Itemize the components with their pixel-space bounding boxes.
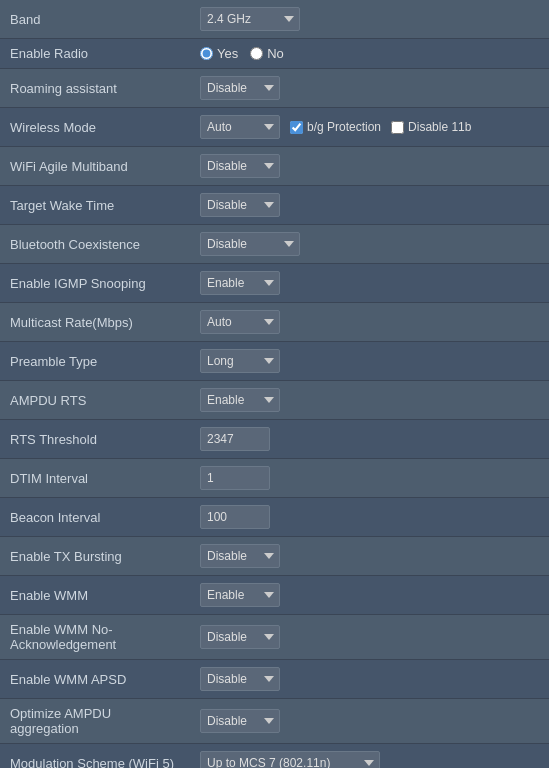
bluetooth-coexistence-control: DisableEnable (190, 225, 549, 264)
row-roaming-assistant: Roaming assistantDisableEnable (0, 69, 549, 108)
beacon-interval-label: Beacon Interval (0, 498, 190, 537)
target-wake-time-label: Target Wake Time (0, 186, 190, 225)
row-enable-wmm-no-ack: Enable WMM No-AcknowledgementDisableEnab… (0, 615, 549, 660)
modulation-scheme-label: Modulation Scheme (WiFi 5) (0, 744, 190, 769)
enable-wmm-no-ack-control: DisableEnable (190, 615, 549, 660)
dtim-interval-input[interactable] (200, 466, 270, 490)
row-preamble-type: Preamble TypeLongShort (0, 342, 549, 381)
row-wireless-mode: Wireless ModeAuto11b11g11nb/g Protection… (0, 108, 549, 147)
enable-radio-radio-group: YesNo (200, 46, 539, 61)
band-select[interactable]: 2.4 GHz5 GHz6 GHz (200, 7, 300, 31)
row-rts-threshold: RTS Threshold (0, 420, 549, 459)
b/g-protection-checkbox[interactable] (290, 121, 303, 134)
row-band: Band2.4 GHz5 GHz6 GHz (0, 0, 549, 39)
roaming-assistant-control: DisableEnable (190, 69, 549, 108)
enable-wmm-apsd-control: DisableEnable (190, 660, 549, 699)
row-optimize-ampdu: Optimize AMPDU aggregationDisableEnable (0, 699, 549, 744)
enable-radio-control: YesNo (190, 39, 549, 69)
enable-radio-option-no[interactable]: No (250, 46, 284, 61)
wireless-mode-select[interactable]: Auto11b11g11n (200, 115, 280, 139)
wifi-agile-multiband-label: WiFi Agile Multiband (0, 147, 190, 186)
modulation-scheme-select[interactable]: Up to MCS 7 (802.11n)Up to MCS 8 (802.11… (200, 751, 380, 768)
row-bluetooth-coexistence: Bluetooth CoexistenceDisableEnable (0, 225, 549, 264)
enable-tx-bursting-label: Enable TX Bursting (0, 537, 190, 576)
beacon-interval-input[interactable] (200, 505, 270, 529)
dtim-interval-label: DTIM Interval (0, 459, 190, 498)
target-wake-time-control: DisableEnable (190, 186, 549, 225)
multicast-rate-control: Auto125.511 (190, 303, 549, 342)
band-control: 2.4 GHz5 GHz6 GHz (190, 0, 549, 39)
dtim-interval-control (190, 459, 549, 498)
row-enable-igmp-snooping: Enable IGMP SnoopingEnableDisable (0, 264, 549, 303)
row-dtim-interval: DTIM Interval (0, 459, 549, 498)
enable-radio-radio-no[interactable] (250, 47, 263, 60)
roaming-assistant-select[interactable]: DisableEnable (200, 76, 280, 100)
wireless-mode-checkbox-disable-11b[interactable]: Disable 11b (391, 120, 471, 134)
preamble-type-select[interactable]: LongShort (200, 349, 280, 373)
row-enable-wmm-apsd: Enable WMM APSDDisableEnable (0, 660, 549, 699)
enable-wmm-no-ack-label: Enable WMM No-Acknowledgement (0, 615, 190, 660)
enable-radio-label: Enable Radio (0, 39, 190, 69)
rts-threshold-label: RTS Threshold (0, 420, 190, 459)
wireless-mode-inline-controls: Auto11b11g11nb/g ProtectionDisable 11b (200, 115, 539, 139)
wireless-mode-label: Wireless Mode (0, 108, 190, 147)
preamble-type-label: Preamble Type (0, 342, 190, 381)
wifi-agile-multiband-control: DisableEnable (190, 147, 549, 186)
roaming-assistant-label: Roaming assistant (0, 69, 190, 108)
row-target-wake-time: Target Wake TimeDisableEnable (0, 186, 549, 225)
row-enable-tx-bursting: Enable TX BurstingDisableEnable (0, 537, 549, 576)
enable-wmm-no-ack-select[interactable]: DisableEnable (200, 625, 280, 649)
row-multicast-rate: Multicast Rate(Mbps)Auto125.511 (0, 303, 549, 342)
enable-igmp-snooping-control: EnableDisable (190, 264, 549, 303)
enable-wmm-apsd-label: Enable WMM APSD (0, 660, 190, 699)
enable-wmm-control: EnableDisable (190, 576, 549, 615)
enable-wmm-select[interactable]: EnableDisable (200, 583, 280, 607)
enable-radio-radio-yes[interactable] (200, 47, 213, 60)
ampdu-rts-select[interactable]: EnableDisable (200, 388, 280, 412)
enable-wmm-label: Enable WMM (0, 576, 190, 615)
rts-threshold-input[interactable] (200, 427, 270, 451)
band-label: Band (0, 0, 190, 39)
row-ampdu-rts: AMPDU RTSEnableDisable (0, 381, 549, 420)
row-enable-wmm: Enable WMMEnableDisable (0, 576, 549, 615)
bluetooth-coexistence-select[interactable]: DisableEnable (200, 232, 300, 256)
multicast-rate-label: Multicast Rate(Mbps) (0, 303, 190, 342)
row-modulation-scheme: Modulation Scheme (WiFi 5)Up to MCS 7 (8… (0, 744, 549, 769)
enable-wmm-apsd-select[interactable]: DisableEnable (200, 667, 280, 691)
enable-tx-bursting-control: DisableEnable (190, 537, 549, 576)
multicast-rate-select[interactable]: Auto125.511 (200, 310, 280, 334)
wireless-mode-control: Auto11b11g11nb/g ProtectionDisable 11b (190, 108, 549, 147)
rts-threshold-control (190, 420, 549, 459)
enable-radio-option-yes[interactable]: Yes (200, 46, 238, 61)
modulation-scheme-control: Up to MCS 7 (802.11n)Up to MCS 8 (802.11… (190, 744, 549, 769)
enable-igmp-snooping-label: Enable IGMP Snooping (0, 264, 190, 303)
ampdu-rts-control: EnableDisable (190, 381, 549, 420)
wifi-agile-multiband-select[interactable]: DisableEnable (200, 154, 280, 178)
ampdu-rts-label: AMPDU RTS (0, 381, 190, 420)
row-enable-radio: Enable RadioYesNo (0, 39, 549, 69)
enable-igmp-snooping-select[interactable]: EnableDisable (200, 271, 280, 295)
beacon-interval-control (190, 498, 549, 537)
disable-11b-checkbox[interactable] (391, 121, 404, 134)
preamble-type-control: LongShort (190, 342, 549, 381)
optimize-ampdu-label: Optimize AMPDU aggregation (0, 699, 190, 744)
bluetooth-coexistence-label: Bluetooth Coexistence (0, 225, 190, 264)
optimize-ampdu-select[interactable]: DisableEnable (200, 709, 280, 733)
row-beacon-interval: Beacon Interval (0, 498, 549, 537)
target-wake-time-select[interactable]: DisableEnable (200, 193, 280, 217)
settings-table: Band2.4 GHz5 GHz6 GHzEnable RadioYesNoRo… (0, 0, 549, 768)
enable-tx-bursting-select[interactable]: DisableEnable (200, 544, 280, 568)
optimize-ampdu-control: DisableEnable (190, 699, 549, 744)
wireless-mode-checkbox-b/g-protection[interactable]: b/g Protection (290, 120, 381, 134)
row-wifi-agile-multiband: WiFi Agile MultibandDisableEnable (0, 147, 549, 186)
